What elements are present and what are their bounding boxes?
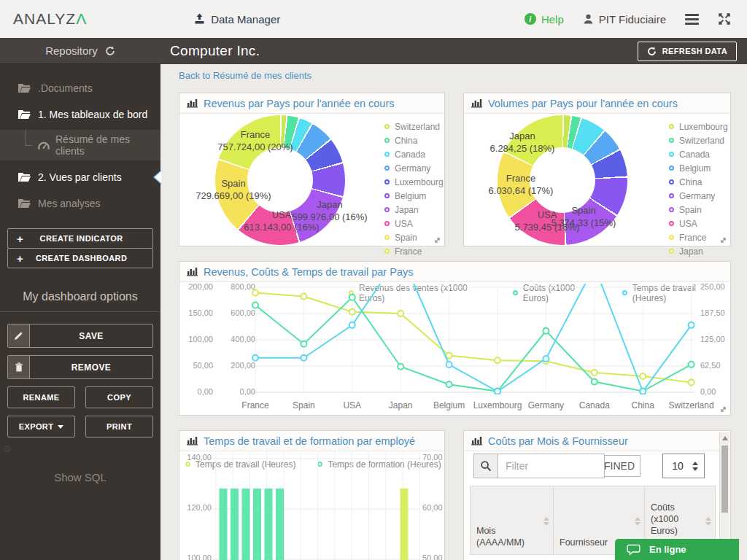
sidebar-item-label: Résumé de mes clients xyxy=(55,133,160,157)
export-button[interactable]: EXPORT xyxy=(7,416,75,438)
legend-dot xyxy=(384,166,390,171)
back-link[interactable]: Back to Résumé de mes clients xyxy=(179,70,311,81)
filter-input[interactable] xyxy=(498,454,605,478)
legend-item[interactable]: China xyxy=(384,133,444,147)
bar[interactable] xyxy=(231,489,239,560)
resize-handle[interactable] xyxy=(433,236,441,244)
scroll-up-icon[interactable] xyxy=(722,436,728,440)
x-axis-label: China xyxy=(632,400,654,411)
bar[interactable] xyxy=(400,489,408,560)
legend-label: Japan xyxy=(679,246,703,257)
sort-carets-icon[interactable] xyxy=(705,517,711,526)
panel-title: Revenus par Pays pour l'année en cours xyxy=(204,98,395,109)
sidebar-item-documents[interactable]: .Documents xyxy=(0,79,160,98)
sort-carets-icon[interactable] xyxy=(543,517,549,526)
stepper-arrows-icon[interactable] xyxy=(692,462,698,471)
page-size-value: 10 xyxy=(663,460,692,472)
chat-bubble-icon xyxy=(627,544,640,556)
donut-label: Spain5.374,33 (15%) xyxy=(535,204,632,229)
donut-label: Japan6.284,25 (18%) xyxy=(474,130,570,155)
online-label: En ligne xyxy=(649,544,686,555)
print-button[interactable]: PRINT xyxy=(85,416,153,438)
legend-item[interactable]: USA xyxy=(384,217,444,230)
x-axis-label: France xyxy=(241,400,268,411)
save-button[interactable]: SAVE xyxy=(7,324,153,348)
legend-item[interactable]: Germany xyxy=(669,189,728,203)
combined-button-partial[interactable]: FINED xyxy=(600,455,640,477)
axis-tick-label: 0,00 xyxy=(700,387,734,396)
panel-title: Volumes par Pays pour l'année en cours xyxy=(488,98,678,109)
legend-item[interactable]: China xyxy=(669,175,728,189)
scrollbar-thumb[interactable] xyxy=(721,446,728,513)
legend-dot xyxy=(384,138,390,143)
user-menu[interactable]: PIT Fiduciaire xyxy=(583,13,666,26)
copy-button[interactable]: COPY xyxy=(85,386,153,408)
legend-dot xyxy=(384,152,390,157)
legend-item[interactable]: Germany xyxy=(384,161,444,175)
sidebar-item-vues-par-clients[interactable]: 2. Vues par clients xyxy=(0,168,160,187)
legend-item[interactable]: Luxembourg xyxy=(669,120,728,133)
help-link[interactable]: i Help xyxy=(525,13,564,26)
main-header: Computer Inc. REFRESH DATA xyxy=(160,38,747,64)
legend-item[interactable]: Canada xyxy=(669,147,728,161)
legend-item[interactable]: Switzerland xyxy=(384,120,444,133)
bar[interactable] xyxy=(242,489,249,560)
folder-icon xyxy=(18,109,31,120)
bar[interactable] xyxy=(220,489,227,560)
legend-item[interactable]: France xyxy=(384,244,444,258)
x-axis-label: Switzerland xyxy=(669,400,714,411)
chart-icon xyxy=(471,436,482,446)
legend-label: Germany xyxy=(395,163,430,174)
refresh-repository-icon[interactable] xyxy=(105,46,115,56)
legend-item[interactable]: Japan xyxy=(384,203,444,217)
sidebar-item-mes-tableaux[interactable]: 1. Mes tableaux de bord xyxy=(0,105,160,124)
legend-dot xyxy=(669,235,674,240)
panel-revenus-par-pays: Revenus par Pays pour l'année en cours F… xyxy=(179,93,445,246)
bar[interactable] xyxy=(254,489,261,560)
legend-item[interactable]: USA xyxy=(669,217,728,230)
sidebar-item-resume-clients[interactable]: Résumé de mes clients xyxy=(0,130,160,160)
fullscreen-icon[interactable] xyxy=(718,12,731,26)
legend-item[interactable]: Belgium xyxy=(669,161,728,175)
chart-icon xyxy=(187,436,198,446)
refresh-data-button[interactable]: REFRESH DATA xyxy=(638,42,737,61)
legend-item[interactable]: Belgium xyxy=(384,189,444,203)
line-chart[interactable] xyxy=(249,284,701,394)
show-sql-link[interactable]: Show SQL xyxy=(0,471,160,483)
legend-item[interactable]: Spain xyxy=(669,203,728,217)
create-dashboard-button[interactable]: + CREATE DASHBOARD xyxy=(7,248,153,268)
sidebar-item-mes-analyses[interactable]: Mes analyses xyxy=(0,194,160,213)
sort-carets-icon[interactable] xyxy=(635,517,640,526)
legend-label: Belgium xyxy=(679,163,711,174)
resize-handle[interactable] xyxy=(719,236,727,244)
axis-tick-label: 70,00 xyxy=(422,453,452,462)
rename-button[interactable]: RENAME xyxy=(7,386,75,408)
online-status-badge[interactable]: En ligne xyxy=(615,539,739,560)
bar[interactable] xyxy=(276,489,284,560)
resize-handle[interactable] xyxy=(719,405,727,413)
create-indicator-button[interactable]: + CREATE INDICATOR xyxy=(7,228,153,249)
legend-label: Spain xyxy=(679,205,702,215)
legend-item[interactable]: Luxembourg xyxy=(384,175,444,189)
legend-item[interactable]: Switzerland xyxy=(669,133,728,147)
axis-tick-label: 600,00 xyxy=(222,308,255,317)
legend-item[interactable]: Japan xyxy=(669,244,728,258)
page-size-stepper[interactable]: 10 xyxy=(662,454,705,478)
legend-label: Canada xyxy=(395,149,425,160)
donut-label: France757.724,00 (20%) xyxy=(207,128,303,153)
bar-chart[interactable] xyxy=(179,451,444,560)
table-column-header[interactable]: Mois (AAAA/MM) xyxy=(470,486,554,555)
axis-tick-label: 400,00 xyxy=(222,335,255,343)
remove-button[interactable]: REMOVE xyxy=(7,355,153,379)
legend-item[interactable]: Canada xyxy=(384,147,444,161)
donut-label: Spain729.669,00 (19%) xyxy=(185,177,282,202)
search-button[interactable] xyxy=(473,454,498,478)
menu-icon[interactable] xyxy=(685,14,699,25)
x-axis-label: Belgium xyxy=(433,400,465,411)
axis-tick-label: 120,00 xyxy=(181,503,212,512)
data-manager-link[interactable]: Data Manager xyxy=(193,13,280,26)
plus-icon: + xyxy=(17,252,23,265)
bar[interactable] xyxy=(265,489,272,560)
axis-tick-label: 50,00 xyxy=(179,361,213,370)
legend-label: Japan xyxy=(395,205,419,215)
